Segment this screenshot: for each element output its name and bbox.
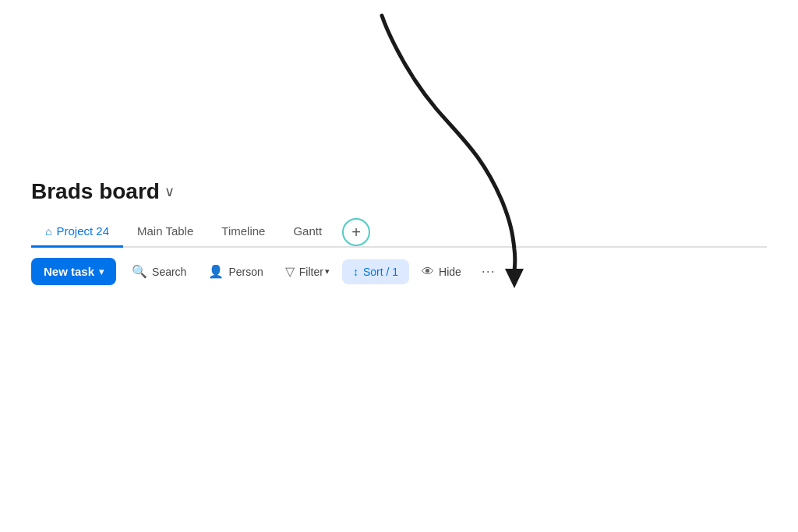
- main-content: Brads board ∨ ⌂ Project 24 Main Table Ti…: [0, 0, 798, 295]
- filter-icon: ▽: [285, 264, 295, 279]
- search-icon: 🔍: [132, 264, 147, 279]
- new-task-label: New task: [44, 265, 94, 278]
- filter-button[interactable]: ▽ Filter ▾: [276, 258, 339, 285]
- person-button[interactable]: 👤 Person: [199, 258, 272, 285]
- filter-label: Filter: [299, 266, 323, 278]
- home-icon: ⌂: [45, 225, 51, 238]
- search-label: Search: [152, 266, 186, 278]
- sort-button[interactable]: ↕ Sort / 1: [342, 259, 409, 284]
- more-options-label: ···: [482, 263, 496, 280]
- board-title: Brads board: [31, 179, 160, 204]
- tabs-row: ⌂ Project 24 Main Table Timeline Gantt +: [31, 217, 767, 248]
- board-title-row: Brads board ∨: [31, 179, 767, 204]
- tab-main-table[interactable]: Main Table: [123, 217, 207, 248]
- sort-label: Sort / 1: [363, 266, 398, 278]
- filter-dropdown-chevron: ▾: [325, 266, 330, 277]
- search-button[interactable]: 🔍 Search: [122, 258, 196, 285]
- more-options-button[interactable]: ···: [474, 257, 503, 286]
- toolbar-row: New task ▾ 🔍 Search 👤 Person ▽ Filter ▾ …: [31, 248, 767, 295]
- add-tab-button[interactable]: +: [342, 218, 370, 246]
- tab-project24-label: Project 24: [56, 224, 109, 238]
- tab-timeline-label: Timeline: [221, 224, 265, 238]
- sort-icon: ↕: [353, 266, 358, 278]
- person-label: Person: [228, 266, 263, 278]
- tab-main-table-label: Main Table: [137, 224, 193, 238]
- new-task-button[interactable]: New task ▾: [31, 258, 116, 285]
- tab-timeline[interactable]: Timeline: [207, 217, 279, 248]
- hide-label: Hide: [439, 266, 461, 278]
- tab-gantt[interactable]: Gantt: [279, 217, 336, 248]
- tab-gantt-label: Gantt: [293, 224, 322, 238]
- hide-button[interactable]: 👁 Hide: [412, 259, 471, 285]
- person-icon: 👤: [208, 264, 224, 279]
- tab-project24[interactable]: ⌂ Project 24: [31, 217, 123, 248]
- board-title-chevron[interactable]: ∨: [164, 183, 175, 200]
- new-task-chevron: ▾: [99, 266, 104, 277]
- hide-icon: 👁: [422, 265, 434, 279]
